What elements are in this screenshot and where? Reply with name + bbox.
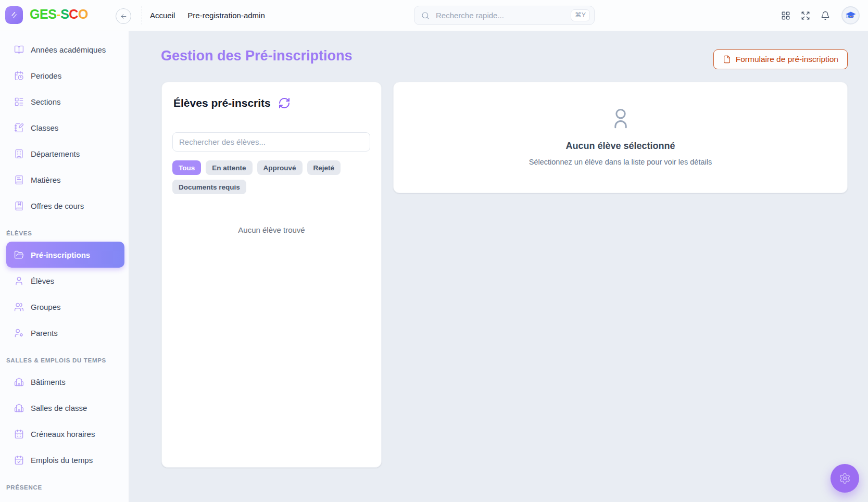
sidebar-item-emplois-du-temps[interactable]: Emplois du temps	[0, 447, 129, 473]
sidebar-item-label: Départements	[31, 149, 80, 158]
apps-grid-button[interactable]	[776, 11, 796, 20]
bell-icon	[821, 11, 830, 20]
sidebar-item-pre-inscriptions[interactable]: Pré-inscriptions	[6, 242, 124, 268]
detail-empty-title: Aucun élève sélectionné	[565, 141, 675, 152]
sidebar-item-label: Classes	[31, 123, 58, 132]
sidebar-item-eleves[interactable]: Élèves	[0, 268, 129, 294]
sidebar-item-label: Sections	[31, 97, 61, 106]
calendar-days-icon	[14, 429, 24, 439]
app-logo-text: GES-SCO	[30, 7, 88, 22]
calendar-check-icon	[14, 455, 24, 465]
nav-item-accueil[interactable]: Accueil	[150, 11, 175, 20]
sidebar: Années académiques Periodes Sections Cla…	[0, 31, 129, 502]
book-marked-icon	[14, 201, 24, 211]
refresh-icon[interactable]	[278, 97, 291, 109]
sidebar-section-eleves: ÉLÈVES	[0, 229, 129, 237]
sidebar-item-batiments[interactable]: Bâtiments	[0, 369, 129, 395]
sidebar-item-label: Matières	[31, 175, 61, 184]
sidebar-item-matieres[interactable]: Matières	[0, 167, 129, 193]
sidebar-section-salles-emplois: SALLES & EMPLOIS DU TEMPS	[0, 356, 129, 365]
top-bar: GES-SCO Accueil Pre-registration-admin ⌘…	[0, 0, 868, 31]
sidebar-item-label: Offres de cours	[31, 202, 84, 210]
sidebar-item-sections[interactable]: Sections	[0, 89, 129, 115]
list-panel-title: Élèves pré-inscrits	[173, 97, 271, 109]
global-search-input[interactable]	[435, 10, 571, 20]
sidebar-item-classes[interactable]: Classes	[0, 115, 129, 141]
book-open-icon	[14, 45, 24, 55]
sidebar-item-label: Emplois du temps	[31, 456, 93, 465]
pre-registration-form-button[interactable]: Formulaire de pré-inscription	[713, 49, 848, 69]
sidebar-item-annees-academiques[interactable]: Années académiques	[0, 36, 129, 62]
header-nav: Accueil Pre-registration-admin	[150, 0, 265, 31]
app-logo-icon[interactable]	[5, 6, 23, 24]
arrow-left-icon	[120, 12, 128, 20]
nav-item-pre-registration-admin[interactable]: Pre-registration-admin	[187, 11, 265, 20]
filter-chip-en-attente[interactable]: En attente	[206, 160, 252, 175]
logo-slashes-icon	[9, 10, 19, 20]
sidebar-item-label: Salles de classe	[31, 404, 87, 412]
sidebar-collapse-button[interactable]	[116, 8, 131, 24]
user-avatar[interactable]	[841, 6, 860, 24]
filter-chip-rejete[interactable]: Rejeté	[307, 160, 341, 175]
layout-list-icon	[14, 97, 24, 107]
list-panel-header: Élèves pré-inscrits	[173, 97, 291, 109]
user-icon	[14, 276, 24, 286]
students-search-input[interactable]	[172, 132, 370, 152]
sidebar-section-presence: PRÉSENCE	[0, 483, 129, 492]
fullscreen-icon	[801, 11, 810, 20]
sidebar-item-label: Élèves	[31, 277, 54, 285]
notifications-button[interactable]	[815, 11, 835, 20]
sidebar-item-creneaux-horaires[interactable]: Créneaux horaires	[0, 421, 129, 447]
sidebar-item-label: Bâtiments	[31, 378, 66, 386]
folder-open-icon	[14, 250, 24, 260]
school-building-icon	[14, 403, 24, 413]
sidebar-item-departements[interactable]: Départements	[0, 141, 129, 167]
detail-empty-subtitle: Sélectionnez un élève dans la liste pour…	[529, 158, 712, 166]
sidebar-item-salles-de-classe[interactable]: Salles de classe	[0, 395, 129, 421]
users-icon	[14, 302, 24, 312]
building-icon	[14, 149, 24, 159]
page-title: Gestion des Pré-inscriptions	[161, 48, 353, 64]
fullscreen-button[interactable]	[796, 11, 815, 20]
grid-icon	[781, 11, 790, 20]
search-icon	[421, 11, 430, 20]
notebook-pen-icon	[14, 123, 24, 133]
sidebar-item-label: Pré-inscriptions	[31, 250, 90, 259]
gear-icon	[839, 472, 851, 484]
status-filter-chips: Tous En attente Approuvé Rejeté Document…	[172, 160, 370, 194]
pre-registration-form-button-label: Formulaire de pré-inscription	[736, 55, 838, 64]
sidebar-item-parents[interactable]: Parents	[0, 320, 129, 346]
sidebar-item-label: Années académiques	[31, 45, 106, 54]
graduation-cap-icon	[845, 9, 857, 22]
sidebar-item-groupes[interactable]: Groupes	[0, 294, 129, 320]
header-actions	[776, 0, 868, 31]
empty-list-message: Aucun élève trouvé	[162, 225, 381, 234]
user-cog-icon	[14, 328, 24, 338]
main-content: Gestion des Pré-inscriptions Formulaire …	[130, 31, 868, 502]
person-icon	[608, 106, 633, 131]
filter-chip-documents-requis[interactable]: Documents requis	[172, 180, 246, 194]
filter-chip-approuve[interactable]: Approuvé	[257, 160, 303, 175]
header-divider	[142, 6, 142, 24]
sidebar-item-offres-de-cours[interactable]: Offres de cours	[0, 193, 129, 219]
book-text-icon	[14, 175, 24, 185]
detail-empty-state: Aucun élève sélectionné Sélectionnez un …	[394, 82, 847, 193]
filter-chip-tous[interactable]: Tous	[172, 160, 201, 175]
global-search[interactable]: ⌘Y	[414, 6, 595, 25]
school-building-icon	[14, 377, 24, 387]
student-detail-panel: Aucun élève sélectionné Sélectionnez un …	[393, 82, 848, 193]
search-shortcut-badge: ⌘Y	[571, 9, 590, 21]
sidebar-item-periodes[interactable]: Periodes	[0, 62, 129, 89]
settings-fab-button[interactable]	[831, 464, 859, 493]
sidebar-item-label: Groupes	[31, 303, 61, 311]
sidebar-item-label: Parents	[31, 329, 58, 337]
pre-registered-students-panel: Élèves pré-inscrits Tous En attente Appr…	[161, 82, 382, 468]
calendar-clock-icon	[14, 71, 24, 81]
sidebar-item-label: Periodes	[31, 71, 61, 80]
sidebar-item-label: Créneaux horaires	[31, 430, 95, 438]
file-icon	[723, 55, 731, 64]
